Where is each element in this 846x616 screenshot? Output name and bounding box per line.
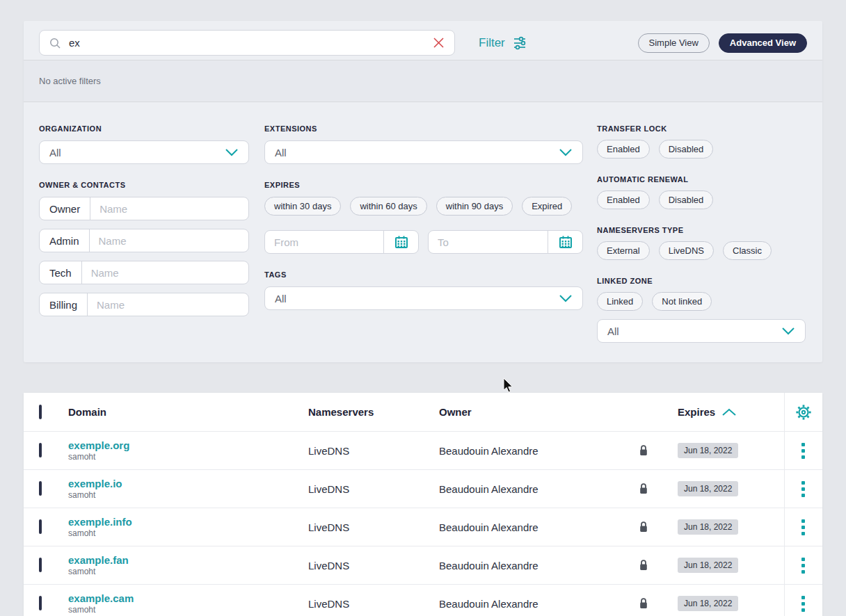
expires-badge: Jun 18, 2022 — [678, 519, 738, 535]
transfer-lock-disabled-pill[interactable]: Disabled — [659, 140, 714, 159]
billing-name-input[interactable] — [88, 293, 248, 316]
table-row: example.fan samoht LiveDNS Beaudouin Ale… — [24, 546, 822, 584]
calendar-icon[interactable] — [383, 231, 418, 253]
row-checkbox[interactable] — [39, 519, 42, 534]
simple-view-button[interactable]: Simple View — [638, 33, 710, 53]
owner-cell: Beaudouin Alexandre — [439, 521, 639, 533]
domain-org: samoht — [68, 567, 308, 576]
advanced-view-button[interactable]: Advanced View — [719, 33, 807, 53]
table-row: exemple.io samoht LiveDNS Beaudouin Alex… — [24, 469, 822, 508]
expires-badge: Jun 18, 2022 — [678, 596, 738, 611]
owner-cell: Beaudouin Alexandre — [439, 483, 639, 495]
transfer-lock-enabled-pill[interactable]: Enabled — [597, 140, 650, 159]
tech-name-input[interactable] — [82, 261, 248, 284]
nameservers-cell: LiveDNS — [308, 598, 439, 610]
expires-pill-expired[interactable]: Expired — [522, 197, 572, 216]
table-header-row: Domain Nameservers Owner Expires — [24, 393, 822, 431]
expires-label: EXPIRES — [264, 180, 583, 190]
chevron-down-icon — [559, 294, 573, 302]
domain-org: samoht — [68, 528, 308, 538]
table-row: exemple.org samoht LiveDNS Beaudouin Ale… — [24, 431, 822, 469]
owner-cell: Beaudouin Alexandre — [439, 598, 639, 610]
select-all-checkbox[interactable] — [39, 405, 42, 419]
tags-select[interactable]: All — [264, 286, 583, 310]
expires-from-field — [264, 230, 419, 254]
ns-livedns-pill[interactable]: LiveDNS — [659, 241, 714, 260]
kebab-menu-icon[interactable] — [799, 478, 808, 500]
expires-column-header[interactable]: Expires — [678, 406, 784, 418]
lock-icon — [639, 483, 678, 495]
auto-renewal-disabled-pill[interactable]: Disabled — [659, 191, 714, 209]
lock-icon — [639, 597, 678, 610]
expires-badge: Jun 18, 2022 — [678, 481, 738, 496]
expires-to-input[interactable] — [429, 231, 548, 253]
owner-name-input[interactable] — [90, 197, 248, 220]
transfer-lock-label: TRANSFER LOCK — [597, 124, 806, 133]
nameservers-type-label: NAMESERVERS TYPE — [597, 225, 806, 235]
linked-zone-select[interactable]: All — [597, 319, 806, 343]
expires-from-input[interactable] — [265, 231, 383, 253]
ns-external-pill[interactable]: External — [597, 241, 650, 260]
billing-contact-field: Billing — [39, 293, 249, 316]
row-checkbox[interactable] — [39, 558, 42, 572]
table-row: exemple.info samoht LiveDNS Beaudouin Al… — [24, 508, 822, 546]
tags-label: TAGS — [264, 270, 583, 279]
nameservers-cell: LiveDNS — [308, 560, 439, 572]
admin-name-input[interactable] — [90, 229, 248, 252]
sort-up-icon — [721, 408, 737, 416]
domain-org: samoht — [68, 605, 308, 615]
nameservers-cell: LiveDNS — [308, 445, 439, 457]
kebab-menu-icon[interactable] — [799, 517, 808, 538]
domain-link[interactable]: exemple.io — [68, 478, 308, 489]
table-settings-button[interactable] — [784, 403, 822, 421]
chevron-down-icon — [781, 327, 795, 335]
expires-badge: Jun 18, 2022 — [678, 443, 738, 458]
owner-contact-field: Owner — [39, 197, 249, 220]
row-checkbox[interactable] — [39, 481, 42, 496]
extensions-select[interactable]: All — [264, 140, 583, 164]
linked-zone-label: LINKED ZONE — [597, 276, 806, 286]
filter-toggle[interactable]: Filter — [479, 35, 528, 51]
search-input[interactable] — [69, 37, 432, 49]
domain-link[interactable]: exemple.org — [68, 439, 308, 451]
view-switch: Simple View Advanced View — [638, 33, 807, 53]
search-box[interactable] — [39, 30, 455, 56]
nameservers-cell: LiveDNS — [308, 483, 439, 495]
linked-pill[interactable]: Linked — [597, 292, 643, 311]
lock-icon — [639, 559, 678, 572]
expires-pill-60[interactable]: within 60 days — [350, 197, 426, 216]
kebab-menu-icon[interactable] — [799, 593, 808, 615]
expires-pill-30[interactable]: within 30 days — [264, 197, 341, 216]
expires-to-field — [428, 230, 583, 254]
row-checkbox[interactable] — [39, 443, 42, 457]
actions-column-divider — [784, 393, 785, 616]
kebab-menu-icon[interactable] — [799, 440, 808, 462]
calendar-icon[interactable] — [548, 231, 582, 253]
domain-column-header: Domain — [68, 406, 308, 418]
domain-org: samoht — [68, 452, 308, 462]
search-icon — [49, 37, 61, 49]
domain-link[interactable]: example.fan — [68, 554, 308, 566]
auto-renewal-enabled-pill[interactable]: Enabled — [597, 191, 650, 209]
clear-search-icon[interactable] — [432, 36, 445, 49]
owner-contacts-label: OWNER & CONTACTS — [39, 180, 249, 190]
organization-select[interactable]: All — [39, 140, 249, 164]
ns-classic-pill[interactable]: Classic — [723, 241, 772, 260]
domain-link[interactable]: example.cam — [68, 592, 308, 604]
nameservers-cell: LiveDNS — [308, 521, 439, 533]
chevron-down-icon — [559, 148, 573, 156]
lock-icon — [639, 521, 678, 533]
filter-panel: Filter Simple View Advanced View No acti… — [24, 21, 822, 362]
kebab-menu-icon[interactable] — [799, 555, 808, 576]
search-row: Filter Simple View Advanced View — [24, 30, 822, 56]
nameservers-column-header: Nameservers — [308, 406, 439, 418]
row-checkbox[interactable] — [39, 596, 42, 610]
filter-sliders-icon — [511, 35, 528, 51]
not-linked-pill[interactable]: Not linked — [652, 292, 712, 311]
domain-link[interactable]: exemple.info — [68, 516, 308, 528]
filter-label: Filter — [479, 36, 505, 50]
expires-pill-90[interactable]: within 90 days — [436, 197, 513, 216]
gear-icon — [795, 403, 813, 421]
active-filters-strip: No active filters — [24, 60, 822, 102]
owner-cell: Beaudouin Alexandre — [439, 560, 639, 572]
